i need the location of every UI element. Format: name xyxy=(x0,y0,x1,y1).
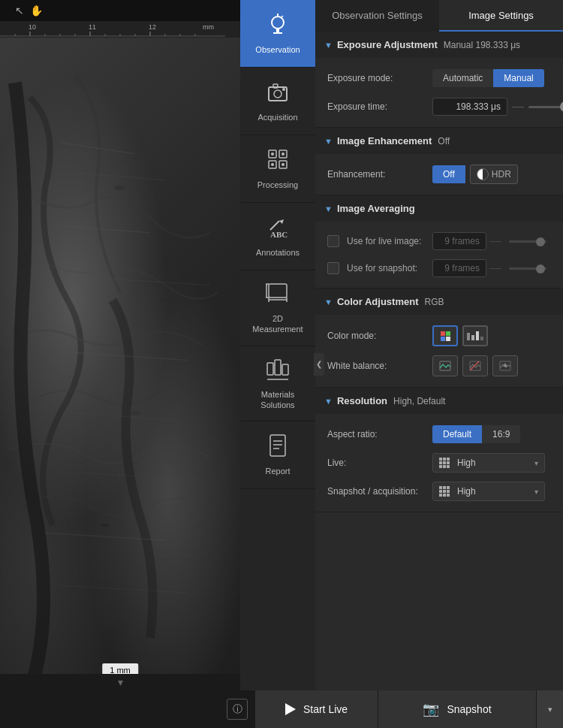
section-color-header[interactable]: ▼ Color Adjustment RGB xyxy=(315,288,563,315)
section-exposure-header[interactable]: ▼ Exposure Adjustment Manual 198.333 μs xyxy=(315,32,563,58)
sidebar-item-processing[interactable]: Processing xyxy=(240,135,315,203)
image-area: 1 mm xyxy=(0,38,240,690)
sidebar-item-acquisition[interactable]: Acquisition xyxy=(240,68,315,135)
svg-point-37 xyxy=(271,163,274,166)
svg-rect-51 xyxy=(282,364,288,375)
tab-image-settings[interactable]: Image Settings xyxy=(439,0,563,32)
svg-point-38 xyxy=(282,163,285,166)
snapshot-button[interactable]: 📷 Snapshot xyxy=(378,690,536,728)
aspect-default-btn[interactable]: Default xyxy=(432,425,482,443)
start-live-button[interactable]: Start Live xyxy=(255,690,378,728)
enhancement-label: Enhancement: xyxy=(327,169,432,180)
rgb-grid-icon xyxy=(441,331,450,341)
averaging-live-row: Use for live image: — xyxy=(315,228,563,255)
resolution-live-control: High ▾ xyxy=(432,453,551,473)
annotations-icon: ABC xyxy=(266,215,290,243)
aspect-ratio-control: Default 16:9 xyxy=(432,425,551,443)
averaging-live-slider[interactable] xyxy=(509,240,546,243)
enhancement-chevron: ▼ xyxy=(324,137,333,146)
section-averaging-header[interactable]: ▼ Image Averaging xyxy=(315,195,563,222)
resolution-snapshot-label: Snapshot / acquisition: xyxy=(327,486,432,497)
svg-rect-53 xyxy=(270,435,285,456)
sidebar-item-2d-measurement[interactable]: 2DMeasurement xyxy=(240,270,315,346)
averaging-chevron: ▼ xyxy=(324,204,333,213)
acquisition-icon xyxy=(266,80,290,107)
svg-text:ABC: ABC xyxy=(270,230,288,239)
exposure-title: Exposure Adjustment xyxy=(337,39,438,50)
wb-btn-1[interactable] xyxy=(432,355,458,376)
sidebar: Observation Acquisition xyxy=(240,0,315,728)
ruler-bar: 10 11 12 mm xyxy=(0,21,240,38)
sidebar-collapse-button[interactable]: ❮ xyxy=(314,353,324,376)
sidebar-item-materials-solutions[interactable]: Materials Solutions xyxy=(240,346,315,422)
snapshot-label: Snapshot xyxy=(447,703,491,715)
resolution-body: Aspect ratio: Default 16:9 Live: xyxy=(315,414,563,512)
wb-btn-2[interactable] xyxy=(462,355,488,376)
exposure-manual-btn[interactable]: Manual xyxy=(493,69,543,87)
sidebar-item-observation[interactable]: Observation xyxy=(240,0,315,68)
white-balance-control xyxy=(432,355,551,376)
averaging-snapshot-value[interactable] xyxy=(432,259,486,277)
scroll-down-arrow[interactable]: ▾ xyxy=(0,674,240,690)
bottom-bar: ⓘ Start Live 📷 Snapshot ▾ xyxy=(0,690,563,728)
white-balance-label: White balance: xyxy=(327,361,432,371)
observation-icon xyxy=(266,12,290,40)
snapshot-dropdown-arrow: ▾ xyxy=(548,705,552,714)
enhancement-hdr-btn[interactable]: HDR xyxy=(470,165,518,184)
averaging-snapshot-label: Use for snapshot: xyxy=(347,263,432,273)
svg-point-35 xyxy=(271,153,274,156)
hand-icon[interactable]: ✋ xyxy=(30,5,43,17)
enhancement-subtitle: Off xyxy=(438,136,450,147)
aspect-ratio-group: Default 16:9 xyxy=(432,425,520,443)
exposure-mode-row: Exposure mode: Automatic Manual xyxy=(315,64,563,92)
color-mode-rgb-btn[interactable] xyxy=(432,325,458,346)
svg-rect-49 xyxy=(267,363,273,375)
exposure-time-row: Exposure time: — xyxy=(315,92,563,121)
section-resolution-header[interactable]: ▼ Resolution High, Default xyxy=(315,388,563,414)
averaging-live-value[interactable] xyxy=(432,232,486,250)
processing-icon xyxy=(266,147,290,175)
info-button[interactable]: ⓘ xyxy=(227,699,248,720)
exposure-time-control: — xyxy=(432,98,563,116)
sidebar-report-label: Report xyxy=(265,466,290,476)
exposure-slider[interactable] xyxy=(528,106,563,108)
tab-observation-settings[interactable]: Observation Settings xyxy=(315,0,439,32)
resolution-live-row: Live: High ▾ xyxy=(315,449,563,477)
svg-text:10: 10 xyxy=(29,23,36,31)
svg-point-21 xyxy=(101,524,109,527)
aspect-16-9-btn[interactable]: 16:9 xyxy=(482,425,520,443)
resolution-snapshot-dropdown[interactable]: High ▾ xyxy=(432,482,545,501)
wb-btn-3[interactable] xyxy=(492,355,518,376)
sidebar-item-annotations[interactable]: ABC Annotations xyxy=(240,203,315,270)
svg-marker-40 xyxy=(279,219,284,224)
cursor-icon[interactable]: ↖ xyxy=(15,5,24,17)
enhancement-off-btn[interactable]: Off xyxy=(432,165,465,183)
resolution-live-dropdown[interactable]: High ▾ xyxy=(432,453,545,473)
exposure-chevron: ▼ xyxy=(324,41,333,50)
resolution-live-value: High xyxy=(457,458,476,468)
averaging-live-checkbox[interactable] xyxy=(327,235,339,247)
svg-point-19 xyxy=(161,299,170,302)
hdr-icon xyxy=(477,168,489,180)
sidebar-item-report[interactable]: Report xyxy=(240,421,315,489)
svg-point-22 xyxy=(272,17,284,29)
averaging-snapshot-checkbox[interactable] xyxy=(327,262,339,274)
color-mode-control xyxy=(432,325,551,346)
averaging-snapshot-slider[interactable] xyxy=(509,267,546,270)
2d-measurement-icon xyxy=(266,281,290,309)
snapshot-dash: — xyxy=(489,261,501,275)
enhancement-control: Off HDR xyxy=(432,165,551,184)
color-mode-gray-btn[interactable] xyxy=(462,325,488,346)
play-icon xyxy=(285,703,296,715)
snapshot-dropdown-button[interactable]: ▾ xyxy=(536,690,563,728)
exposure-time-input[interactable] xyxy=(432,98,507,116)
exposure-automatic-btn[interactable]: Automatic xyxy=(432,69,493,87)
microscope-image: 1 mm xyxy=(0,38,240,690)
section-exposure: ▼ Exposure Adjustment Manual 198.333 μs … xyxy=(315,32,563,128)
sidebar-2d-label: 2DMeasurement xyxy=(252,313,303,335)
section-color: ▼ Color Adjustment RGB Color mode: xyxy=(315,288,563,388)
resolution-snapshot-value: High xyxy=(457,486,476,497)
section-enhancement-header[interactable]: ▼ Image Enhancement Off xyxy=(315,128,563,154)
exposure-body: Exposure mode: Automatic Manual Exposure… xyxy=(315,58,563,127)
report-icon xyxy=(266,433,290,461)
